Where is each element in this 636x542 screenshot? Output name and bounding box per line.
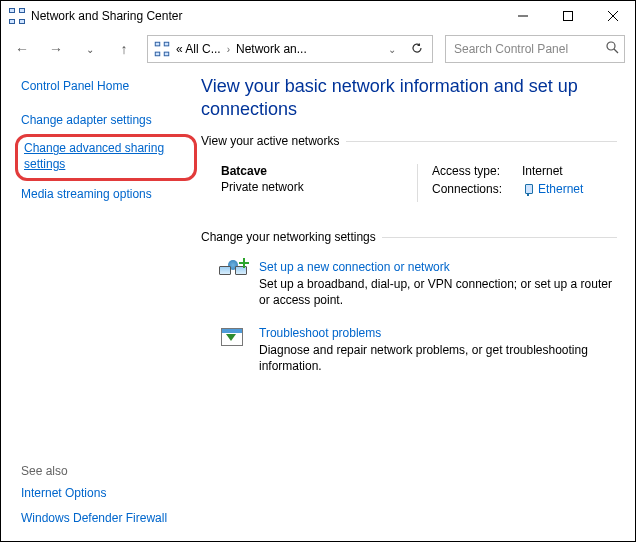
network-name: Batcave — [221, 164, 417, 178]
media-streaming-options-link[interactable]: Media streaming options — [21, 187, 191, 203]
up-button[interactable]: ↑ — [113, 38, 135, 60]
control-panel-home-link[interactable]: Control Panel Home — [21, 79, 191, 95]
troubleshoot-item: Troubleshoot problems Diagnose and repai… — [201, 320, 617, 386]
setup-connection-icon — [219, 260, 247, 284]
change-advanced-sharing-link[interactable]: Change advanced sharing settings — [24, 141, 188, 172]
search-box[interactable] — [445, 35, 625, 63]
search-input[interactable] — [452, 41, 606, 57]
sidebar: Control Panel Home Change adapter settin… — [1, 67, 201, 541]
page-heading: View your basic network information and … — [201, 75, 617, 120]
titlebar: Network and Sharing Center — [1, 1, 635, 31]
refresh-button[interactable] — [408, 41, 426, 58]
active-network-row: Batcave Private network Access type: Int… — [201, 158, 617, 222]
window-title: Network and Sharing Center — [31, 9, 500, 23]
connections-label: Connections: — [432, 182, 522, 198]
minimize-button[interactable] — [500, 1, 545, 31]
address-icon — [155, 42, 169, 56]
setup-connection-item: Set up a new connection or network Set u… — [201, 254, 617, 320]
internet-options-link[interactable]: Internet Options — [21, 486, 191, 502]
setup-connection-desc: Set up a broadband, dial-up, or VPN conn… — [259, 276, 617, 308]
maximize-button[interactable] — [545, 1, 590, 31]
troubleshoot-desc: Diagnose and repair network problems, or… — [259, 342, 617, 374]
access-type-value: Internet — [522, 164, 563, 178]
change-settings-group: Change your networking settings — [201, 230, 617, 244]
ethernet-icon — [522, 184, 534, 196]
window-frame: Network and Sharing Center ← → ⌄ ↑ « All… — [0, 0, 636, 542]
change-adapter-settings-link[interactable]: Change adapter settings — [21, 113, 191, 129]
network-type: Private network — [221, 180, 417, 194]
navigation-bar: ← → ⌄ ↑ « All C... › Network an... ⌄ — [1, 31, 635, 67]
svg-line-5 — [614, 49, 618, 53]
recent-locations-button[interactable]: ⌄ — [79, 38, 101, 60]
svg-point-4 — [607, 42, 615, 50]
highlight-box: Change advanced sharing settings — [15, 134, 197, 181]
troubleshoot-icon — [219, 326, 247, 350]
connection-name: Ethernet — [538, 182, 583, 198]
breadcrumb-1[interactable]: « All C... — [176, 42, 221, 56]
connection-link[interactable]: Ethernet — [522, 182, 583, 198]
windows-defender-firewall-link[interactable]: Windows Defender Firewall — [21, 511, 191, 527]
svg-rect-1 — [563, 12, 572, 21]
search-icon[interactable] — [606, 41, 619, 57]
active-networks-label: View your active networks — [201, 134, 346, 148]
close-button[interactable] — [590, 1, 635, 31]
back-button[interactable]: ← — [11, 38, 33, 60]
chevron-right-icon[interactable]: › — [227, 44, 230, 55]
address-bar[interactable]: « All C... › Network an... ⌄ — [147, 35, 433, 63]
access-type-label: Access type: — [432, 164, 522, 178]
address-dropdown-button[interactable]: ⌄ — [388, 44, 396, 55]
network-sharing-icon — [9, 8, 25, 24]
forward-button[interactable]: → — [45, 38, 67, 60]
active-networks-group: View your active networks — [201, 134, 617, 148]
see-also-label: See also — [21, 464, 191, 478]
setup-connection-link[interactable]: Set up a new connection or network — [259, 260, 617, 274]
main-content: View your basic network information and … — [201, 67, 635, 541]
breadcrumb-2[interactable]: Network an... — [236, 42, 307, 56]
change-settings-label: Change your networking settings — [201, 230, 382, 244]
troubleshoot-link[interactable]: Troubleshoot problems — [259, 326, 617, 340]
